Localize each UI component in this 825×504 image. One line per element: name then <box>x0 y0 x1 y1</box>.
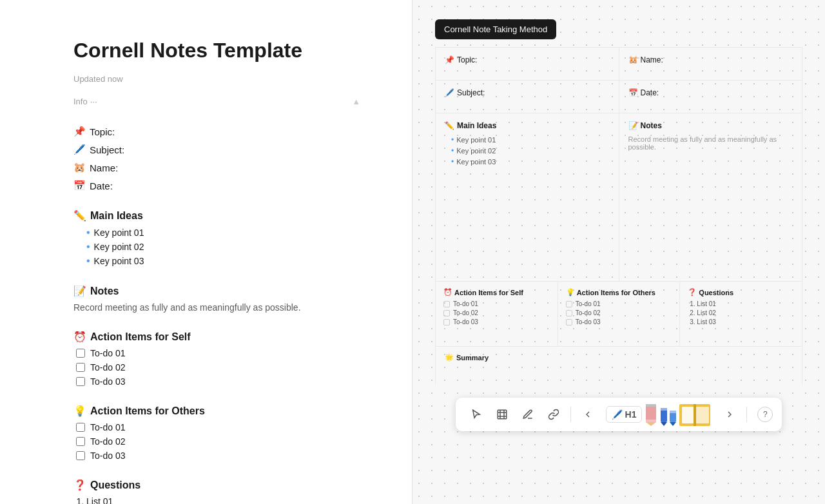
action-self-heading: ⏰ Action Items for Self <box>73 331 360 343</box>
info-dots: ··· <box>90 97 97 106</box>
key-points-list: Key point 01 Key point 02 Key point 03 <box>86 227 360 267</box>
svg-rect-16 <box>682 407 695 423</box>
prev-button[interactable] <box>576 403 599 426</box>
date-field: 📅 Date: <box>73 180 360 191</box>
grid-cell-name: 🐹 Name: <box>619 48 802 80</box>
name-cell-emoji: 🐹 <box>628 55 638 64</box>
subject-field: 🖊️ Subject: <box>73 144 360 155</box>
grid-cell-action-self: ⏰ Action Items for Self To-do 01 To-do 0… <box>436 282 558 346</box>
link-tool-button[interactable] <box>542 403 565 426</box>
page-title: Cornell Notes Template <box>73 39 360 63</box>
action-others-item-2[interactable]: To-do 02 <box>76 436 360 447</box>
questions-mini-list: List 01 List 02 List 03 <box>688 300 794 325</box>
mini-action-others-1: To-do 01 <box>566 300 672 307</box>
card-title: Cornell Note Taking Method <box>435 19 556 39</box>
grid-row-summary: 🌟 Summary <box>435 346 802 385</box>
mini-checkbox-2 <box>443 310 450 316</box>
date-cell-emoji: 📅 <box>628 88 638 97</box>
action-others-checkbox-2[interactable] <box>76 437 85 446</box>
main-ideas-kp-2: Key point 02 <box>451 146 610 155</box>
action-others-list: To-do 01 To-do 02 To-do 03 <box>76 422 360 461</box>
main-ideas-grid-list: Key point 01 Key point 02 Key point 03 <box>451 135 610 166</box>
canvas-area: Cornell Note Taking Method 📌 Topic: 🐹 Na… <box>435 19 802 431</box>
grid-cell-notes: 📝 Notes Record meeting as fully and as m… <box>619 113 802 281</box>
next-button[interactable] <box>718 403 741 426</box>
text-sticker-icon: 🖊️ <box>612 409 623 420</box>
topic-field: 📌 Topic: <box>73 126 360 137</box>
grid-row-subject-date: 🖊️ Subject: 📅 Date: <box>435 80 802 113</box>
book-sticker <box>678 403 712 426</box>
grid-cell-subject: 🖊️ Subject: <box>436 81 619 113</box>
cursor-tool-button[interactable] <box>465 403 488 426</box>
main-ideas-kp-3: Key point 03 <box>451 157 610 166</box>
pen-tool-button[interactable] <box>516 403 539 426</box>
action-others-checkbox-3[interactable] <box>76 451 85 460</box>
expand-icon: ▲ <box>352 97 360 106</box>
svg-rect-11 <box>661 408 667 411</box>
action-self-item-2[interactable]: To-do 02 <box>76 362 360 373</box>
action-self-todo-2: To-do 02 <box>90 362 125 373</box>
action-self-item-3[interactable]: To-do 03 <box>76 376 360 387</box>
stickers-group: 🖊️ H1 <box>606 403 712 426</box>
svg-marker-10 <box>661 422 667 426</box>
q-mini-2: List 02 <box>697 309 794 316</box>
action-self-list: To-do 01 To-do 02 To-do 03 <box>76 348 360 387</box>
action-others-todo-3: To-do 03 <box>90 451 125 461</box>
topic-cell-emoji: 📌 <box>445 55 454 64</box>
action-self-checkbox-1[interactable] <box>76 349 85 358</box>
h1-sticker: H1 <box>625 409 637 420</box>
main-ideas-label: Main Ideas <box>90 210 143 222</box>
mini-action-self-2: To-do 02 <box>443 309 550 316</box>
topic-label: Topic: <box>90 126 115 137</box>
frame-tool-button[interactable] <box>490 403 514 426</box>
notes-grid-heading: 📝 Notes <box>628 121 793 130</box>
mini-checkbox-others-1 <box>566 301 572 307</box>
questions-emoji: ❓ <box>73 479 86 491</box>
grid-cell-action-others: 💡 Action Items for Others To-do 01 To-do… <box>558 282 681 346</box>
action-others-item-3[interactable]: To-do 03 <box>76 451 360 461</box>
subject-cell-emoji: 🖊️ <box>445 88 454 97</box>
action-others-item-1[interactable]: To-do 01 <box>76 422 360 432</box>
questions-mini-heading: ❓ Questions <box>688 288 794 296</box>
action-self-emoji: ⏰ <box>73 331 86 343</box>
svg-rect-17 <box>696 407 709 423</box>
action-others-emoji: 💡 <box>73 405 86 417</box>
main-ideas-emoji: ✏️ <box>73 209 86 222</box>
action-self-checkbox-2[interactable] <box>76 363 85 372</box>
help-button[interactable]: ? <box>757 407 773 422</box>
pencil-sticker <box>643 403 659 426</box>
toolbar-divider-2 <box>746 407 747 422</box>
q-mini-3: List 03 <box>697 318 794 325</box>
date-label: Date: <box>90 180 113 191</box>
subject-label: Subject: <box>90 144 124 155</box>
action-others-label: Action Items for Others <box>90 405 205 417</box>
action-self-checkbox-3[interactable] <box>76 377 85 386</box>
key-point-1: Key point 01 <box>86 227 360 238</box>
svg-rect-6 <box>646 420 656 422</box>
mini-checkbox-others-3 <box>566 319 572 325</box>
action-self-item-1[interactable]: To-do 01 <box>76 348 360 358</box>
action-self-todo-1: To-do 01 <box>90 348 125 358</box>
grid-cell-questions: ❓ Questions List 01 List 02 List 03 <box>680 282 802 346</box>
action-self-todo-3: To-do 03 <box>90 376 125 387</box>
marker-sticker <box>660 403 677 426</box>
svg-rect-18 <box>694 404 696 426</box>
q-mini-1: List 01 <box>697 300 794 307</box>
canvas-toolbar: 🖊️ H1 <box>456 398 782 431</box>
mini-checkbox-3 <box>443 319 450 325</box>
mini-action-self-3: To-do 03 <box>443 318 550 325</box>
action-others-mini-heading: 💡 Action Items for Others <box>566 288 672 296</box>
notes-emoji: 📝 <box>73 285 86 297</box>
name-cell-label: 🐹 Name: <box>628 55 793 64</box>
action-others-checkbox-1[interactable] <box>76 423 85 432</box>
mini-checkbox-others-2 <box>566 310 572 316</box>
notes-label: Notes <box>90 286 119 297</box>
subject-emoji: 🖊️ <box>73 144 86 155</box>
grid-cell-topic: 📌 Topic: <box>436 48 619 80</box>
date-emoji: 📅 <box>73 180 86 191</box>
info-label: Info <box>73 97 88 106</box>
text-sticker: 🖊️ H1 <box>606 406 643 423</box>
mini-action-others-2: To-do 02 <box>566 309 672 316</box>
name-emoji: 🐹 <box>73 162 86 173</box>
topic-emoji: 📌 <box>73 126 86 137</box>
